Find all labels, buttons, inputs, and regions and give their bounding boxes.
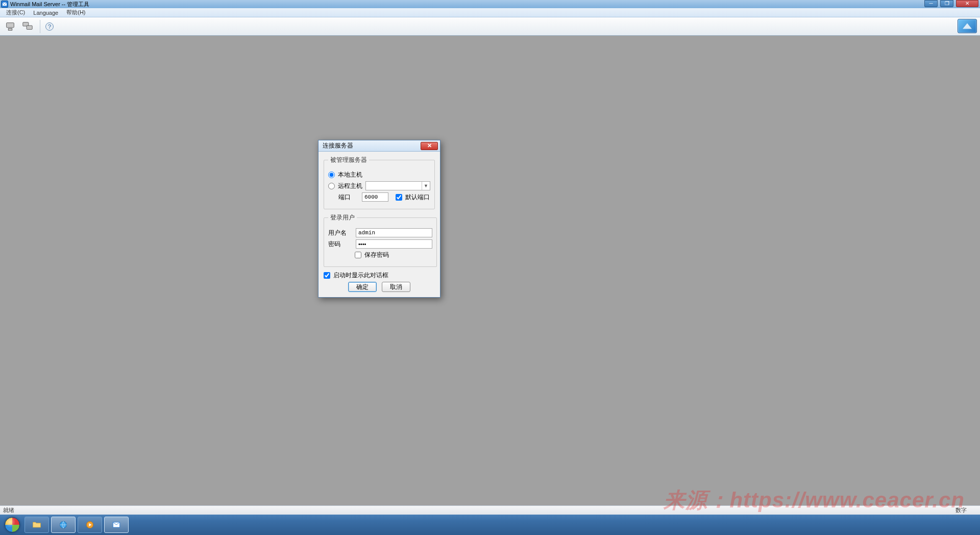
password-label: 密码 [328, 240, 353, 249]
show-on-start-checkbox[interactable] [324, 272, 330, 279]
start-button[interactable] [2, 517, 22, 533]
window-minimize-button[interactable]: ─ [924, 0, 938, 7]
taskbar-item-1[interactable] [24, 517, 49, 533]
save-password-label: 保存密码 [364, 251, 389, 259]
app-icon [1, 1, 8, 8]
server-group-legend: 被管理服务器 [328, 156, 369, 164]
menubar: 连接(C) Language 帮助(H) [0, 8, 980, 17]
workspace: 连接服务器 ✕ 被管理服务器 本地主机 远程主机 ▼ 端口 [0, 36, 980, 505]
local-host-radio[interactable] [328, 172, 335, 178]
window-titlebar: Winmail Mail Server -- 管理工具 ─ ❐ ✕ [0, 0, 980, 8]
port-input[interactable] [362, 192, 388, 202]
toolbar: ? [0, 17, 980, 36]
toolbar-server-icon[interactable] [3, 19, 17, 34]
username-input[interactable] [356, 228, 432, 237]
remote-host-label: 远程主机 [338, 182, 362, 190]
login-group: 登录用户 用户名 密码 保存密码 [324, 213, 437, 267]
login-group-legend: 登录用户 [328, 213, 357, 222]
ok-button[interactable]: 确定 [348, 282, 377, 292]
taskbar-item-3[interactable] [78, 517, 102, 533]
port-label: 端口 [338, 193, 359, 202]
dialog-close-button[interactable]: ✕ [421, 142, 438, 150]
dialog-title: 连接服务器 [323, 141, 353, 150]
window-maximize-button[interactable]: ❐ [940, 0, 953, 7]
remote-host-combo[interactable]: ▼ [365, 181, 430, 190]
toolbar-separator [40, 20, 40, 33]
windows-logo-icon [5, 517, 20, 532]
menu-help[interactable]: 帮助(H) [62, 9, 89, 16]
status-numlock: 数字 [955, 506, 967, 514]
svg-rect-1 [7, 22, 14, 27]
show-on-start-label: 启动时显示此对话框 [333, 271, 388, 280]
folder-icon [32, 520, 42, 530]
status-ready: 就绪 [3, 506, 14, 514]
remote-host-radio[interactable] [328, 183, 335, 189]
menu-language[interactable]: Language [29, 10, 62, 16]
dialog-titlebar: 连接服务器 ✕ [318, 140, 440, 152]
media-icon [85, 520, 95, 530]
window-close-button[interactable]: ✕ [956, 0, 978, 7]
svg-text:?: ? [48, 23, 52, 30]
browser-icon [58, 520, 68, 530]
mail-app-icon [111, 520, 121, 530]
statusbar: 就绪 数字 [0, 505, 980, 515]
menu-connect[interactable]: 连接(C) [2, 9, 29, 16]
chevron-down-icon: ▼ [422, 182, 430, 190]
svg-rect-2 [8, 28, 12, 30]
password-input[interactable] [356, 239, 432, 249]
connect-dialog: 连接服务器 ✕ 被管理服务器 本地主机 远程主机 ▼ 端口 [318, 140, 440, 298]
default-port-checkbox[interactable] [396, 194, 402, 201]
taskbar-item-4[interactable] [104, 517, 129, 533]
svg-rect-4 [27, 26, 32, 29]
taskbar [0, 515, 980, 535]
server-group: 被管理服务器 本地主机 远程主机 ▼ 端口 默认端口 [324, 156, 435, 209]
save-password-checkbox[interactable] [355, 252, 361, 258]
local-host-label: 本地主机 [338, 171, 362, 179]
default-port-label: 默认端口 [405, 193, 430, 202]
window-title: Winmail Mail Server -- 管理工具 [10, 1, 89, 8]
toolbar-brand-badge-icon [958, 19, 977, 33]
toolbar-help-icon[interactable]: ? [42, 19, 57, 34]
username-label: 用户名 [328, 229, 353, 237]
taskbar-item-2[interactable] [51, 517, 76, 533]
toolbar-servers-icon[interactable] [20, 19, 35, 34]
cancel-button[interactable]: 取消 [382, 282, 410, 292]
